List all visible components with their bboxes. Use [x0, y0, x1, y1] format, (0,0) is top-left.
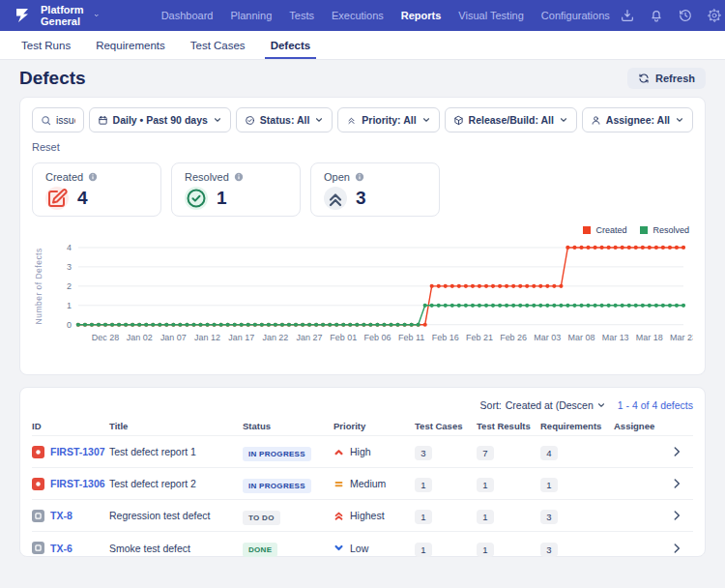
row-expand-chevron-icon[interactable]: [670, 445, 683, 458]
requirements-count: 3: [540, 543, 558, 557]
nav-item-reports[interactable]: Reports: [401, 10, 442, 21]
column-header-title: Title: [109, 421, 243, 431]
test-cases-count: 1: [415, 478, 432, 492]
table-row[interactable]: TX-8 Regression test defect TO DO Highes…: [32, 500, 693, 532]
svg-text:Mar 23: Mar 23: [670, 333, 693, 342]
project-selector[interactable]: Platform General: [41, 4, 100, 27]
svg-text:Jan 02: Jan 02: [127, 333, 153, 342]
legend-created: Created: [583, 224, 626, 236]
svg-text:2: 2: [67, 281, 72, 291]
download-icon[interactable]: [620, 8, 635, 23]
defect-id-link[interactable]: FIRST-1307: [50, 446, 105, 457]
column-header-id: ID: [32, 421, 109, 431]
priority-highest-icon: [334, 511, 344, 521]
tab-test-cases[interactable]: Test Cases: [190, 31, 246, 59]
test-cases-count: 3: [415, 446, 432, 460]
info-icon[interactable]: [234, 172, 244, 182]
legend-resolved: Resolved: [640, 224, 689, 236]
defect-title: Regression test defect: [109, 510, 243, 521]
filter-status-dropdown[interactable]: Status: All: [236, 107, 334, 132]
defect-title: Test defect report 2: [109, 478, 243, 489]
top-navbar: Platform General DashboardPlanningTestsE…: [0, 0, 725, 31]
nav-item-tests[interactable]: Tests: [289, 10, 314, 21]
defect-title: Test defect report 1: [109, 446, 243, 457]
defect-id-link[interactable]: TX-8: [50, 510, 72, 521]
filter-calendar-dropdown[interactable]: Daily • Past 90 days: [89, 107, 231, 132]
svg-text:Mar 18: Mar 18: [636, 333, 663, 342]
table-row[interactable]: FIRST-1307 Test defect report 1 IN PROGR…: [32, 436, 693, 468]
chevron-down-icon: [675, 115, 684, 125]
stat-label: Open: [324, 171, 350, 183]
stat-value: 3: [356, 188, 366, 209]
svg-text:Mar 13: Mar 13: [602, 333, 629, 342]
info-icon[interactable]: [355, 172, 364, 182]
table-row[interactable]: FIRST-1306 Test defect report 2 IN PROGR…: [32, 468, 693, 500]
bug-type-icon: [32, 446, 44, 458]
sort-value: Created at (Descen: [506, 399, 594, 411]
nav-item-configurations[interactable]: Configurations: [541, 10, 610, 21]
requirements-count: 1: [540, 478, 558, 492]
row-expand-chevron-icon[interactable]: [670, 509, 683, 522]
line-chart-svg: 01234Dec 28Jan 02Jan 07Jan 12Jan 17Jan 2…: [32, 236, 693, 354]
filter-label: Status: All: [260, 114, 310, 126]
search-box[interactable]: [32, 107, 84, 132]
table-row[interactable]: TX-6 Smoke test defect DONE Low 1 1 3: [32, 532, 693, 564]
tab-test-runs[interactable]: Test Runs: [21, 31, 71, 59]
reset-filters-link[interactable]: Reset: [32, 141, 60, 153]
search-input[interactable]: [56, 114, 75, 126]
defects-chart: Created Resolved 01234Dec 28Jan 02Jan 07…: [32, 224, 693, 358]
filter-bar: Daily • Past 90 days Status: All Priorit…: [32, 107, 693, 132]
nav-item-visual-testing[interactable]: Visual Testing: [458, 10, 523, 21]
defect-id-link[interactable]: TX-6: [50, 543, 72, 554]
column-header-test-results: Test Results: [477, 421, 540, 431]
svg-text:Jan 22: Jan 22: [262, 333, 288, 342]
settings-icon[interactable]: [707, 8, 722, 23]
row-expand-chevron-icon[interactable]: [670, 542, 683, 555]
status-icon: [245, 115, 255, 126]
svg-text:Jan 12: Jan 12: [194, 333, 220, 342]
nav-item-planning[interactable]: Planning: [230, 10, 272, 21]
row-expand-chevron-icon[interactable]: [670, 477, 683, 490]
filter-priority-dropdown[interactable]: Priority: All: [337, 107, 439, 132]
chevron-down-icon: [314, 115, 324, 125]
requirements-count: 3: [540, 510, 558, 524]
priority-low-icon: [334, 543, 344, 553]
chevron-down-icon: [94, 11, 100, 20]
priority-icon: [346, 115, 357, 126]
nav-item-executions[interactable]: Executions: [332, 10, 384, 21]
svg-text:Feb 21: Feb 21: [466, 333, 493, 342]
svg-text:Feb 06: Feb 06: [363, 333, 391, 342]
status-badge: TO DO: [243, 511, 280, 525]
bell-icon[interactable]: [649, 8, 664, 23]
status-badge: IN PROGRESS: [243, 479, 311, 493]
legend-swatch: [640, 226, 648, 234]
priority-label: Medium: [350, 478, 386, 489]
tab-requirements[interactable]: Requirements: [96, 31, 165, 59]
filter-release-dropdown[interactable]: Release/Build: All: [445, 107, 577, 132]
defect-id-link[interactable]: FIRST-1306: [50, 478, 105, 489]
stat-value: 4: [77, 188, 88, 209]
filter-assignee-dropdown[interactable]: Assignee: All: [582, 107, 693, 132]
info-icon[interactable]: [88, 172, 98, 182]
refresh-button[interactable]: Refresh: [627, 68, 706, 89]
sort-dropdown[interactable]: Created at (Descen: [506, 399, 606, 411]
defects-report-card: Daily • Past 90 days Status: All Priorit…: [19, 97, 706, 375]
nav-item-dashboard[interactable]: Dashboard: [161, 10, 214, 21]
sort-label: Sort:: [480, 399, 502, 411]
svg-text:Mar 03: Mar 03: [534, 333, 561, 342]
stat-label: Resolved: [185, 171, 229, 183]
page-header: Defects Refresh: [0, 60, 725, 97]
pagination-info: 1 - 4 of 4 defects: [618, 399, 693, 411]
priority-label: Highest: [350, 510, 385, 521]
tab-defects[interactable]: Defects: [271, 31, 311, 59]
legend-label: Resolved: [652, 225, 689, 235]
app-logo-icon: [14, 7, 31, 24]
report-tabs: Test RunsRequirementsTest CasesDefects: [0, 31, 725, 60]
history-icon[interactable]: [678, 8, 693, 23]
svg-text:Jan 07: Jan 07: [160, 333, 187, 342]
main-nav: DashboardPlanningTestsExecutionsReportsV…: [161, 10, 610, 21]
test-cases-count: 1: [415, 543, 432, 557]
test-results-count: 1: [477, 478, 494, 492]
svg-text:Feb 16: Feb 16: [432, 333, 459, 342]
svg-text:Feb 26: Feb 26: [500, 333, 527, 342]
